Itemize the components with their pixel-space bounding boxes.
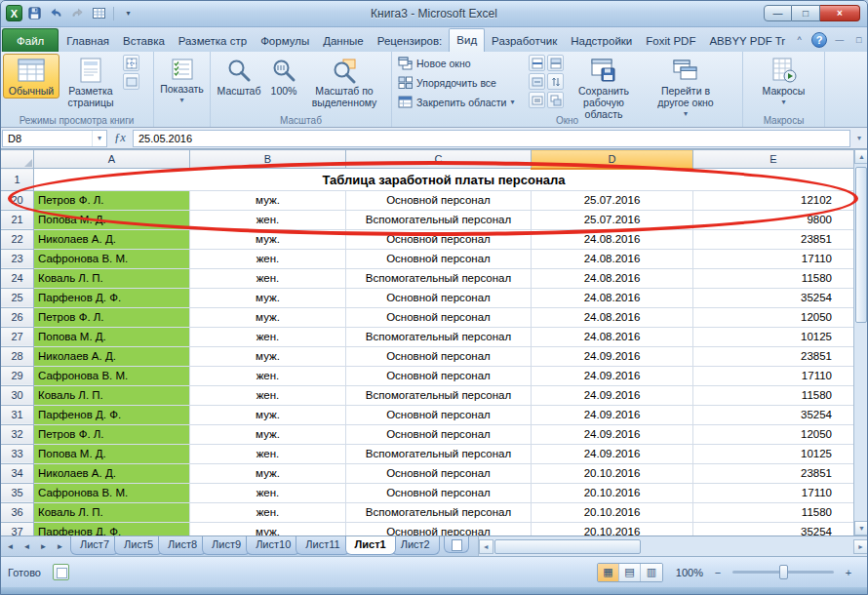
row-header-21[interactable]: 21 xyxy=(1,210,34,229)
horizontal-scroll-thumb[interactable] xyxy=(494,539,641,554)
cell-A33[interactable]: Попова М. Д. xyxy=(34,444,190,463)
sheet-tab-list5[interactable]: Лист5 xyxy=(114,536,163,555)
formula-input[interactable]: 25.05.2016 xyxy=(133,130,850,147)
normal-view-shortcut[interactable]: ▦ xyxy=(598,564,619,581)
row-header-23[interactable]: 23 xyxy=(1,249,34,268)
full-screen-button[interactable] xyxy=(123,73,139,90)
row-header-20[interactable]: 20 xyxy=(1,190,34,210)
cell-B31[interactable]: муж. xyxy=(190,405,346,424)
cell-D21[interactable]: 25.07.2016 xyxy=(532,210,693,229)
cell-B24[interactable]: жен. xyxy=(190,268,346,288)
cell-A24[interactable]: Коваль Л. П. xyxy=(34,268,190,288)
cell-E21[interactable]: 9800 xyxy=(693,210,854,229)
synchronous-scrolling-button[interactable] xyxy=(547,73,564,90)
cell-A20[interactable]: Петров Ф. Л. xyxy=(34,190,190,210)
cell-C26[interactable]: Основной персонал xyxy=(346,307,532,327)
cell-B32[interactable]: муж. xyxy=(190,424,346,444)
cell-E27[interactable]: 10125 xyxy=(693,327,854,346)
insert-function-button[interactable]: ƒx xyxy=(107,131,133,145)
cell-B29[interactable]: жен. xyxy=(190,366,346,385)
cell-B25[interactable]: муж. xyxy=(190,288,346,307)
cell-C27[interactable]: Вспомогательный персонал xyxy=(346,327,532,346)
cell-A32[interactable]: Петров Ф. Л. xyxy=(34,424,190,444)
scroll-down-button[interactable]: ▼ xyxy=(854,521,868,536)
cell-E28[interactable]: 23851 xyxy=(693,346,854,366)
cell-D33[interactable]: 24.09.2016 xyxy=(532,444,693,463)
row-header-28[interactable]: 28 xyxy=(1,346,34,366)
zoom-slider[interactable] xyxy=(732,571,834,574)
cell-C33[interactable]: Вспомогательный персонал xyxy=(346,444,532,463)
expand-formula-bar-button[interactable]: ▾ xyxy=(850,130,868,147)
zoom-in-button[interactable]: + xyxy=(841,565,856,580)
cell-A27[interactable]: Попова М. Д. xyxy=(34,327,190,346)
cell-E30[interactable]: 11580 xyxy=(693,385,854,405)
workbook-restore-button[interactable]: □ xyxy=(851,33,866,47)
ribbon-tab-formulas[interactable]: Формулы xyxy=(254,30,316,52)
cell-B20[interactable]: муж. xyxy=(190,190,346,210)
normal-view-button[interactable]: Обычный xyxy=(3,54,59,99)
ribbon-tab-foxit[interactable]: Foxit PDF xyxy=(639,30,702,52)
collapse-ribbon-button[interactable]: ^ xyxy=(792,33,807,47)
column-header-D[interactable]: D xyxy=(532,150,693,169)
cell-D20[interactable]: 25.07.2016 xyxy=(532,190,693,210)
previous-sheet-button[interactable]: ◄ xyxy=(20,539,34,554)
vertical-scroll-thumb[interactable] xyxy=(855,167,867,323)
table-view-button[interactable] xyxy=(90,4,108,22)
ribbon-tab-file[interactable]: Файл xyxy=(2,28,59,52)
ribbon-tab-layout[interactable]: Разметка стр xyxy=(172,30,254,52)
sheet-tab-list2[interactable]: Лист2 xyxy=(391,536,440,555)
cell-C21[interactable]: Вспомогательный персонал xyxy=(346,210,532,229)
row-header-29[interactable]: 29 xyxy=(1,366,34,385)
page-layout-button[interactable]: Разметка страницы xyxy=(59,54,122,110)
column-header-B[interactable]: B xyxy=(190,150,346,169)
ribbon-tab-addins[interactable]: Надстройки xyxy=(564,30,639,52)
cell-A25[interactable]: Парфенов Д. Ф. xyxy=(34,288,190,307)
cell-B22[interactable]: муж. xyxy=(190,229,346,249)
column-header-E[interactable]: E xyxy=(693,150,854,169)
macros-button[interactable]: Макросы ▾ xyxy=(754,54,814,107)
scroll-right-button[interactable]: ► xyxy=(853,539,868,554)
cell-B26[interactable]: муж. xyxy=(190,307,346,327)
cell-E37[interactable]: 35254 xyxy=(693,522,854,536)
cell-C36[interactable]: Вспомогательный персонал xyxy=(346,502,532,522)
split-button[interactable] xyxy=(529,55,545,71)
cell-E34[interactable]: 23851 xyxy=(693,463,854,483)
cell-D26[interactable]: 24.08.2016 xyxy=(532,307,693,327)
horizontal-scrollbar[interactable]: ◄ ► xyxy=(478,536,868,556)
row-header-25[interactable]: 25 xyxy=(1,288,34,307)
row-header-33[interactable]: 33 xyxy=(1,444,34,463)
cell-A30[interactable]: Коваль Л. П. xyxy=(34,385,190,405)
cell-B21[interactable]: жен. xyxy=(190,210,346,229)
first-sheet-button[interactable]: ◄ xyxy=(3,539,18,554)
arrange-all-button[interactable]: Упорядочить все xyxy=(395,73,528,92)
show-button[interactable]: Показать ▾ xyxy=(157,54,207,105)
cell-D32[interactable]: 24.09.2016 xyxy=(532,424,693,444)
cell-B27[interactable]: жен. xyxy=(190,327,346,346)
cell-E35[interactable]: 17110 xyxy=(693,483,854,502)
sheet-tab-list7[interactable]: Лист7 xyxy=(70,536,119,555)
row-header-24[interactable]: 24 xyxy=(1,268,34,288)
macro-record-button[interactable] xyxy=(53,564,69,580)
cell-D34[interactable]: 20.10.2016 xyxy=(532,463,693,483)
row-header-22[interactable]: 22 xyxy=(1,229,34,249)
zoom-slider-thumb[interactable] xyxy=(779,565,788,579)
sheet-tab-list10[interactable]: Лист10 xyxy=(246,536,300,555)
cell-C28[interactable]: Основной персонал xyxy=(346,346,532,366)
row-header-37[interactable]: 37 xyxy=(1,522,34,536)
cell-B34[interactable]: муж. xyxy=(190,463,346,483)
ribbon-tab-view[interactable]: Вид xyxy=(449,28,485,52)
row-header-32[interactable]: 32 xyxy=(1,424,34,444)
ribbon-tab-abbyy[interactable]: ABBYY PDF Tr xyxy=(702,30,792,52)
cell-D23[interactable]: 24.08.2016 xyxy=(532,249,693,268)
cell-D30[interactable]: 24.09.2016 xyxy=(532,385,693,405)
cell-E29[interactable]: 17110 xyxy=(693,366,854,385)
close-button[interactable]: × xyxy=(820,5,860,21)
cell-D35[interactable]: 20.10.2016 xyxy=(532,483,693,502)
cell-C29[interactable]: Основной персонал xyxy=(346,366,532,385)
row-header-27[interactable]: 27 xyxy=(1,327,34,346)
cell-A31[interactable]: Парфенов Д. Ф. xyxy=(34,405,190,424)
zoom-out-button[interactable]: − xyxy=(710,565,726,580)
row-header-35[interactable]: 35 xyxy=(1,483,34,502)
cell-E33[interactable]: 10125 xyxy=(693,444,854,463)
cell-B28[interactable]: муж. xyxy=(190,346,346,366)
